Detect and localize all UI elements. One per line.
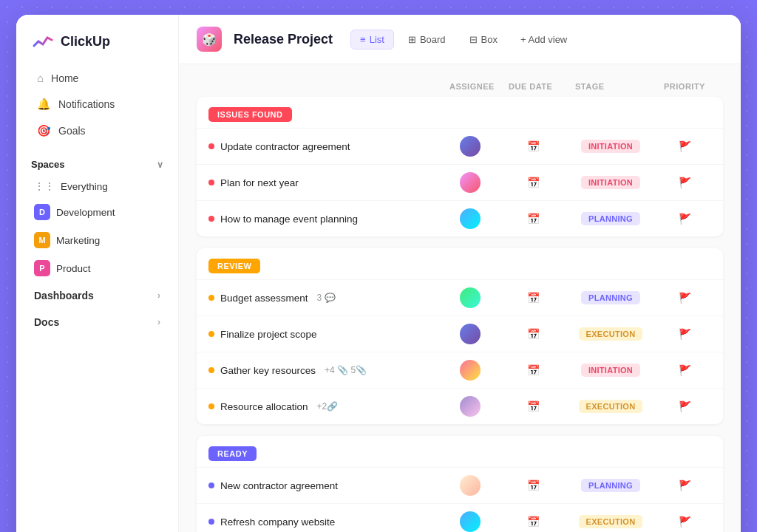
notifications-label: Notifications: [58, 98, 115, 110]
table-header: ASSIGNEE DUE DATE STAGE PRIORITY: [197, 79, 723, 97]
stage-cell: PLANNING: [566, 479, 655, 492]
view-tabs: ≡ List ⊞ Board ⊟ Box + Add view: [350, 30, 576, 50]
sidebar-item-docs[interactable]: Docs ›: [19, 310, 175, 335]
stage-badge: PLANNING: [581, 291, 640, 304]
task-name: Refresh company website: [220, 516, 335, 528]
sidebar-item-everything[interactable]: ⋮⋮ Everything: [19, 175, 175, 197]
task-dot: [208, 482, 214, 488]
task-meta: +4 📎 5📎: [325, 365, 367, 375]
chevron-down-icon[interactable]: ∨: [157, 160, 163, 170]
task-name: New contractor agreement: [220, 480, 338, 491]
task-dot: [208, 143, 214, 149]
sidebar-item-development[interactable]: D Development: [19, 199, 175, 225]
task-meta: +2🔗: [317, 401, 339, 412]
avatar: [460, 396, 481, 417]
assignee-cell: [441, 208, 500, 229]
stage-badge: EXECUTION: [579, 515, 643, 528]
project-icon: 🎲: [197, 27, 222, 52]
table-row[interactable]: Update contractor agreement 📅 INITIATION…: [197, 128, 723, 164]
stage-badge: INITIATION: [581, 140, 640, 153]
stage-cell: INITIATION: [566, 364, 655, 377]
stage-badge: INITIATION: [581, 176, 640, 189]
task-dot: [208, 216, 214, 222]
sidebar-item-dashboards[interactable]: Dashboards ›: [19, 283, 175, 308]
task-dot: [208, 403, 214, 409]
due-date-cell: 📅: [500, 140, 566, 152]
table-row[interactable]: Budget assessment 3 💬 📅 PLANNING 🚩: [197, 279, 723, 316]
box-label: Box: [481, 34, 498, 45]
sidebar-item-marketing[interactable]: M Marketing: [19, 227, 175, 253]
spaces-label: Spaces: [31, 159, 65, 170]
project-title: Release Project: [234, 32, 333, 47]
col-stage: STAGE: [575, 82, 664, 91]
col-assignee: ASSIGNEE: [449, 82, 509, 91]
task-name: Plan for next year: [220, 177, 299, 188]
board-icon: ⊞: [408, 34, 416, 45]
main-body: ASSIGNEE DUE DATE STAGE PRIORITY ISSUES …: [179, 64, 741, 532]
stage-cell: PLANNING: [566, 291, 655, 304]
table-row[interactable]: Gather key resources +4 📎 5📎 📅 INITIATIO…: [197, 352, 723, 388]
sidebar-item-home[interactable]: ⌂ Home: [22, 66, 172, 90]
task-name: Finalize project scope: [220, 329, 317, 340]
box-icon: ⊟: [469, 34, 478, 45]
tab-list[interactable]: ≡ List: [350, 30, 394, 50]
stage-badge: EXECUTION: [579, 327, 643, 341]
bell-icon: 🔔: [37, 98, 51, 111]
stage-cell: EXECUTION: [566, 327, 655, 341]
sidebar-item-goals[interactable]: 🎯 Goals: [22, 118, 172, 143]
task-dot: [208, 180, 214, 185]
due-date-cell: 📅: [500, 177, 566, 188]
col-due-date: DUE DATE: [509, 82, 575, 91]
add-view-label: + Add view: [520, 34, 567, 45]
table-row[interactable]: Plan for next year 📅 INITIATION 🚩: [197, 164, 723, 200]
avatar: [460, 172, 481, 193]
avatar: [460, 511, 481, 532]
task-dot: [208, 295, 214, 301]
sidebar-item-notifications[interactable]: 🔔 Notifications: [22, 92, 172, 117]
assignee-cell: [441, 324, 500, 344]
table-row[interactable]: How to manage event planning 📅 PLANNING …: [197, 200, 723, 236]
add-view-button[interactable]: + Add view: [512, 30, 576, 49]
board-label: Board: [420, 34, 446, 45]
assignee-cell: [441, 396, 500, 417]
table-row[interactable]: Resource allocation +2🔗 📅 EXECUTION 🚩: [197, 388, 723, 424]
list-label: List: [370, 34, 384, 45]
logo: ClickUp: [16, 27, 178, 65]
table-row[interactable]: Finalize project scope 📅 EXECUTION 🚩: [197, 316, 723, 352]
col-priority: PRIORITY: [664, 82, 723, 91]
tab-board[interactable]: ⊞ Board: [398, 30, 455, 50]
spaces-section-header: Spaces ∨: [16, 150, 178, 174]
table-row[interactable]: Refresh company website 📅 EXECUTION 🚩: [197, 503, 723, 532]
development-badge: D: [34, 204, 50, 220]
priority-cell: 🚩: [655, 140, 714, 152]
due-date-cell: 📅: [500, 480, 566, 491]
stage-cell: EXECUTION: [566, 400, 655, 413]
assignee-cell: [441, 475, 500, 496]
due-date-cell: 📅: [500, 400, 566, 412]
task-name: Update contractor agreement: [220, 141, 350, 152]
task-dot: [208, 519, 214, 525]
chevron-right-icon-docs: ›: [157, 317, 160, 327]
stage-badge: PLANNING: [581, 479, 640, 492]
task-name: Gather key resources: [220, 365, 316, 376]
clickup-logo-icon: [31, 30, 55, 53]
task-name: Budget assessment: [220, 293, 308, 304]
app-name: ClickUp: [61, 34, 110, 50]
task-dot: [208, 331, 214, 337]
section-issues: ISSUES FOUND Update contractor agreement…: [197, 97, 723, 236]
table-row[interactable]: New contractor agreement 📅 PLANNING 🚩: [197, 467, 723, 503]
task-dot: [208, 367, 214, 373]
priority-cell: 🚩: [655, 292, 714, 304]
avatar: [460, 360, 481, 381]
tab-box[interactable]: ⊟ Box: [460, 30, 507, 50]
priority-cell: 🚩: [655, 480, 714, 491]
dashboards-label: Dashboards: [34, 290, 94, 301]
stage-cell: EXECUTION: [566, 515, 655, 528]
avatar: [460, 324, 481, 344]
task-name: How to manage event planning: [220, 214, 358, 225]
assignee-cell: [441, 287, 500, 308]
assignee-cell: [441, 360, 500, 381]
section-ready: READY New contractor agreement 📅 PLANNIN…: [197, 436, 723, 532]
home-icon: ⌂: [37, 72, 44, 84]
sidebar-item-product[interactable]: P Product: [19, 255, 175, 282]
